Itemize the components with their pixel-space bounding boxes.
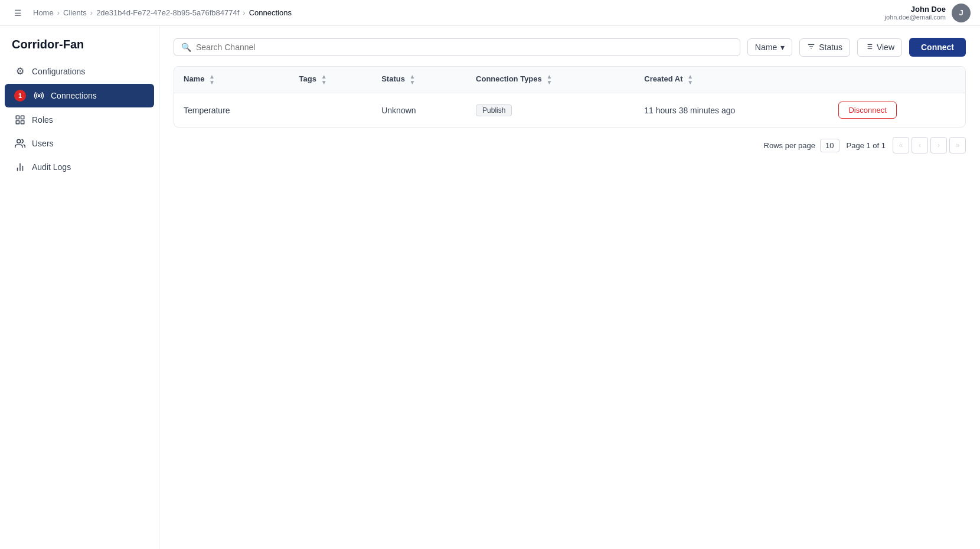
- breadcrumb-sep-3: ›: [243, 8, 245, 17]
- sidebar-toggle[interactable]: ☰: [9, 5, 26, 21]
- view-btn[interactable]: View: [857, 38, 902, 57]
- svg-rect-3: [16, 121, 19, 124]
- col-header-actions: [829, 67, 965, 93]
- sort-arrows-connection-types: ▲▼: [546, 74, 552, 86]
- next-page-button[interactable]: ›: [930, 137, 947, 153]
- publish-badge: Publish: [476, 104, 512, 116]
- top-nav: ☰ Home › Clients › 2de31b4d-Fe72-47e2-8b…: [0, 0, 980, 26]
- audit-logs-icon: [14, 162, 26, 172]
- cell-actions: Disconnect: [829, 93, 965, 128]
- main-layout: Corridor-Fan ⚙ Configurations 1 Connecti…: [0, 26, 980, 549]
- table-row: Temperature Unknown Publish 11 hours 38 …: [174, 93, 965, 128]
- sort-arrows-created-at: ▲▼: [687, 74, 693, 86]
- gear-icon: ⚙: [14, 66, 26, 77]
- col-header-tags[interactable]: Tags ▲▼: [290, 67, 373, 93]
- search-box: 🔍: [174, 38, 740, 56]
- col-header-status[interactable]: Status ▲▼: [372, 67, 466, 93]
- cell-connection-type: Publish: [466, 93, 635, 128]
- breadcrumb-clients[interactable]: Clients: [63, 8, 87, 17]
- toolbar: 🔍 Name ▾ Status View Connect: [174, 38, 966, 57]
- pagination: Rows per page 10 Page 1 of 1 « ‹ › »: [174, 137, 966, 153]
- user-name: John Doe: [885, 5, 946, 14]
- sort-arrows-name: ▲▼: [209, 74, 215, 86]
- col-header-connection-types[interactable]: Connection Types ▲▼: [466, 67, 635, 93]
- col-header-name[interactable]: Name ▲▼: [174, 67, 290, 93]
- sidebar: Corridor-Fan ⚙ Configurations 1 Connecti…: [0, 26, 159, 549]
- user-info: John Doe john.doe@email.com J: [885, 4, 971, 22]
- sort-label: Name: [755, 43, 777, 52]
- col-header-created-at[interactable]: Created At ▲▼: [635, 67, 829, 93]
- chevron-down-icon: ▾: [780, 43, 785, 52]
- user-email: john.doe@email.com: [885, 14, 946, 21]
- users-icon: [14, 138, 26, 149]
- last-page-button[interactable]: »: [949, 137, 966, 153]
- sort-arrows-status: ▲▼: [410, 74, 416, 86]
- content: 🔍 Name ▾ Status View Connect: [159, 26, 980, 549]
- filter-icon: [807, 43, 815, 53]
- sidebar-item-connections[interactable]: 1 Connections: [5, 84, 154, 107]
- user-details: John Doe john.doe@email.com: [885, 5, 946, 21]
- breadcrumb-sep-1: ›: [57, 8, 60, 17]
- status-filter-label: Status: [819, 43, 842, 52]
- svg-rect-2: [21, 116, 24, 119]
- table-header-row: Name ▲▼ Tags ▲▼ Status ▲▼ Connection T: [174, 67, 965, 93]
- rows-per-page-value[interactable]: 10: [820, 139, 839, 152]
- rows-per-page: Rows per page 10: [764, 139, 839, 152]
- roles-icon: [14, 115, 26, 125]
- sidebar-item-users[interactable]: Users: [5, 132, 154, 155]
- cell-created-at: 11 hours 38 minutes ago: [635, 93, 829, 128]
- sort-dropdown[interactable]: Name ▾: [747, 38, 792, 56]
- cell-status: Unknown: [372, 93, 466, 128]
- svg-point-0: [38, 95, 40, 97]
- sidebar-item-audit-logs-label: Audit Logs: [32, 162, 71, 172]
- view-icon: [865, 43, 873, 53]
- sidebar-item-label: Configurations: [32, 67, 85, 76]
- cell-name: Temperature: [174, 93, 290, 128]
- cell-tags: [290, 93, 373, 128]
- view-label: View: [877, 43, 894, 52]
- rows-per-page-label: Rows per page: [764, 141, 815, 150]
- breadcrumb-sep-2: ›: [90, 8, 93, 17]
- sidebar-item-audit-logs[interactable]: Audit Logs: [5, 156, 154, 178]
- sidebar-item-connections-label: Connections: [51, 91, 97, 100]
- svg-rect-1: [16, 116, 19, 119]
- sidebar-item-roles-label: Roles: [32, 115, 53, 125]
- app-title: Corridor-Fan: [0, 28, 159, 58]
- prev-page-button[interactable]: ‹: [912, 137, 928, 153]
- sort-arrows-tags: ▲▼: [321, 74, 327, 86]
- disconnect-button[interactable]: Disconnect: [838, 102, 896, 119]
- connections-table: Name ▲▼ Tags ▲▼ Status ▲▼ Connection T: [174, 66, 966, 128]
- sidebar-item-users-label: Users: [32, 139, 54, 148]
- page-info: Page 1 of 1: [847, 141, 886, 150]
- page-nav: « ‹ › »: [893, 137, 966, 153]
- connections-icon: [33, 90, 45, 101]
- breadcrumb-home[interactable]: Home: [33, 8, 54, 17]
- search-icon: 🔍: [181, 43, 191, 52]
- status-filter-btn[interactable]: Status: [799, 38, 850, 57]
- svg-rect-4: [21, 121, 24, 124]
- avatar[interactable]: J: [952, 4, 971, 22]
- search-input[interactable]: [196, 43, 733, 52]
- breadcrumb-current: Connections: [249, 8, 292, 17]
- breadcrumb-client-id[interactable]: 2de31b4d-Fe72-47e2-8b95-5a76fb84774f: [96, 8, 239, 17]
- connections-badge: 1: [14, 90, 26, 102]
- connect-button[interactable]: Connect: [909, 38, 966, 57]
- svg-point-5: [17, 139, 21, 143]
- sidebar-item-roles[interactable]: Roles: [5, 109, 154, 131]
- breadcrumb: Home › Clients › 2de31b4d-Fe72-47e2-8b95…: [33, 8, 885, 17]
- first-page-button[interactable]: «: [893, 137, 909, 153]
- sidebar-item-configurations[interactable]: ⚙ Configurations: [5, 60, 154, 83]
